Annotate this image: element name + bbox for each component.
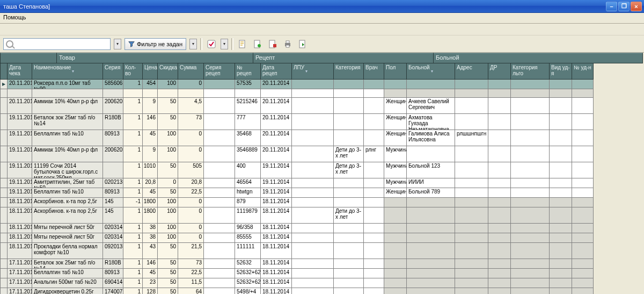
cell-cat[interactable] xyxy=(334,178,364,188)
cell-discount[interactable]: 50 xyxy=(158,114,178,130)
search-field[interactable] xyxy=(3,38,111,50)
cell-qty[interactable]: 1 xyxy=(123,130,143,146)
cell-rdate[interactable]: 20.11.2014 xyxy=(261,130,292,146)
cell-pat[interactable] xyxy=(407,269,455,278)
cell-adr[interactable] xyxy=(455,269,488,278)
cell-rno[interactable]: 879 xyxy=(235,198,261,207)
cell-sum[interactable]: 0 xyxy=(178,207,204,224)
cell-cat[interactable] xyxy=(334,80,364,89)
cell-discount[interactable]: 100 xyxy=(158,80,178,89)
cell-doc[interactable] xyxy=(364,243,384,259)
cell-nud[interactable] xyxy=(572,278,594,288)
cell-price[interactable]: 9 xyxy=(143,98,158,114)
cell-name[interactable]: Прокладки белла нормал комфорт №10 xyxy=(32,243,103,259)
cell-cat[interactable] xyxy=(334,278,364,288)
cell-rser[interactable] xyxy=(204,146,235,162)
cell-sex[interactable] xyxy=(384,233,407,243)
filter-button[interactable]: Фильтр не задан xyxy=(125,38,186,50)
cell-date[interactable]: 17.11.2014 xyxy=(8,278,32,288)
table-row[interactable]: 19.11.2014Беллалгин таб №108091314510003… xyxy=(0,130,644,146)
check-dropdown-button[interactable] xyxy=(221,39,228,49)
table-row[interactable]: 17.11.2014Анальгин 500мг таб №2069041412… xyxy=(0,278,644,288)
cell-name[interactable]: Аммиак 10% 40мл р-р фл xyxy=(32,98,103,114)
cell-discount[interactable]: 50 xyxy=(158,98,178,114)
cell-dr[interactable] xyxy=(488,269,511,278)
cell-nud[interactable] xyxy=(572,224,594,233)
cell-sum[interactable]: 64 xyxy=(178,288,204,294)
cell-pat[interactable] xyxy=(407,80,455,89)
cell-adr[interactable] xyxy=(455,233,488,243)
cell-lpu[interactable] xyxy=(292,288,334,294)
cell-rdate[interactable]: 18.11.2014 xyxy=(261,259,292,269)
table-row[interactable]: 17.11.2014Беталок зок 25мг таб п/о №14R1… xyxy=(0,259,644,269)
cell-rdate[interactable]: 18.11.2014 xyxy=(261,243,292,259)
cell-klg[interactable] xyxy=(511,243,550,259)
cell-nud[interactable] xyxy=(572,162,594,178)
cell-rser[interactable] xyxy=(204,130,235,146)
cell-discount[interactable]: 0 xyxy=(158,178,178,188)
cell-dr[interactable] xyxy=(488,224,511,233)
cell-vud[interactable] xyxy=(550,188,572,198)
cell-date[interactable]: 18.11.2014 xyxy=(8,198,32,207)
cell-lpu[interactable] xyxy=(292,198,334,207)
cell-lpu[interactable] xyxy=(292,146,334,162)
cell-pat[interactable] xyxy=(407,146,455,162)
cell-name[interactable]: Аммиак 10% 40мл р-р фл xyxy=(32,146,103,162)
cell-lpu[interactable] xyxy=(292,207,334,224)
cell-nud[interactable] xyxy=(572,233,594,243)
cell-sex[interactable]: Женщина xyxy=(384,114,407,130)
cell-sum[interactable]: 0 xyxy=(178,146,204,162)
cell-rdate[interactable]: 20.11.2014 xyxy=(261,80,292,89)
cell-series[interactable]: 200620 xyxy=(103,98,123,114)
cell-qty[interactable]: 1 xyxy=(123,114,143,130)
maximize-button[interactable]: ❐ xyxy=(618,2,630,11)
cell-series[interactable]: 020314 xyxy=(103,233,123,243)
cell-adr[interactable] xyxy=(455,259,488,269)
cell-date[interactable]: 18.11.2014 xyxy=(8,233,32,243)
cell-doc[interactable] xyxy=(364,114,384,130)
cell-date[interactable]: 17.11.2014 xyxy=(8,259,32,269)
cell-dr[interactable] xyxy=(488,278,511,288)
cell-sum[interactable]: 0 xyxy=(178,233,204,243)
cell-doc[interactable] xyxy=(364,259,384,269)
cell-discount[interactable]: 50 xyxy=(158,259,178,269)
cell-qty[interactable]: 1 xyxy=(123,243,143,259)
cell-doc[interactable] xyxy=(364,278,384,288)
cell-price[interactable]: 454 xyxy=(143,80,158,89)
cell-sex[interactable]: Мужчина xyxy=(384,146,407,162)
cell-date[interactable]: 18.11.2014 xyxy=(8,207,32,224)
cell-rno[interactable]: 400 xyxy=(235,162,261,178)
cell-rno[interactable]: 5498/+4 xyxy=(235,288,261,294)
cell-lpu[interactable] xyxy=(292,130,334,146)
cell-cat[interactable] xyxy=(334,98,364,114)
cell-name[interactable]: Беллалгин таб №10 xyxy=(32,130,103,146)
cell-adr[interactable] xyxy=(455,198,488,207)
cell-series[interactable]: 80913 xyxy=(103,130,123,146)
cell-vud[interactable] xyxy=(550,224,572,233)
cell-series[interactable]: 020314 xyxy=(103,224,123,233)
table-row[interactable]: 19.11.2014Амитриптилин, 25мг таб №500202… xyxy=(0,178,644,188)
cell-dr[interactable] xyxy=(488,243,511,259)
cell-rdate[interactable]: 18.11.2014 xyxy=(261,224,292,233)
cell-series[interactable]: 174007 xyxy=(103,288,123,294)
table-row[interactable]: 18.11.2014Прокладки белла нормал комфорт… xyxy=(0,243,644,259)
cell-sum[interactable]: 22,5 xyxy=(178,269,204,278)
cell-discount[interactable]: 50 xyxy=(158,243,178,259)
cell-nud[interactable] xyxy=(572,178,594,188)
cell-klg[interactable] xyxy=(511,233,550,243)
cell-sex[interactable] xyxy=(384,259,407,269)
cell-qty[interactable]: 1 xyxy=(123,233,143,243)
cell-klg[interactable] xyxy=(511,80,550,89)
cell-rser[interactable] xyxy=(204,288,235,294)
cell-price[interactable]: 9 xyxy=(143,146,158,162)
cell-doc[interactable] xyxy=(364,98,384,114)
cell-rdate[interactable]: 19.11.2014 xyxy=(261,188,292,198)
cell-pat[interactable] xyxy=(407,233,455,243)
cell-doc[interactable] xyxy=(364,207,384,224)
cell-vud[interactable] xyxy=(550,269,572,278)
cell-sum[interactable]: 4,5 xyxy=(178,98,204,114)
table-row[interactable]: 18.11.2014Аскорбинов. к-та пор 2,5г145-1… xyxy=(0,198,644,207)
cell-nud[interactable] xyxy=(572,243,594,259)
table-row[interactable]: 19.11.2014Беллалгин таб №10809131455022,… xyxy=(0,188,644,198)
cell-pat[interactable] xyxy=(407,224,455,233)
